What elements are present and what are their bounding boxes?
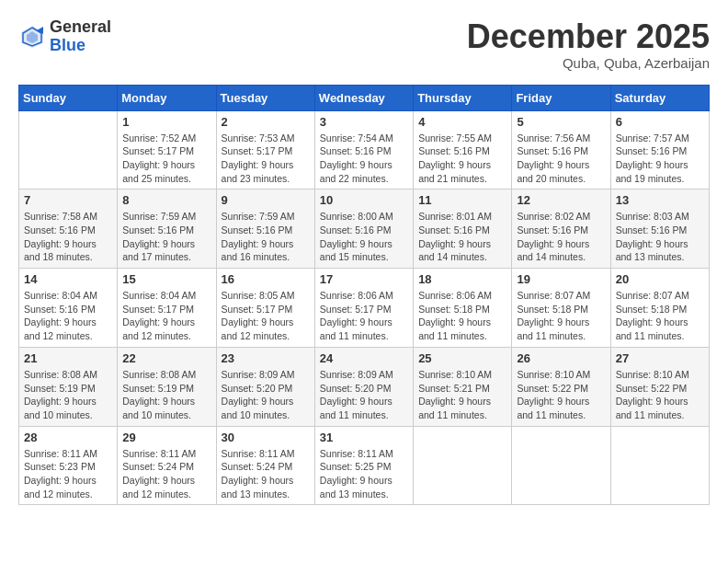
month-title: December 2025: [467, 18, 710, 55]
day-info: Sunrise: 8:07 AM Sunset: 5:18 PM Dayligh…: [517, 289, 605, 343]
day-number: 31: [320, 431, 408, 444]
day-number: 14: [24, 272, 112, 286]
day-number: 24: [320, 351, 408, 365]
day-number: 2: [222, 115, 310, 129]
day-number: 9: [222, 193, 310, 207]
day-info: Sunrise: 7:52 AM Sunset: 5:17 PM Dayligh…: [122, 132, 210, 186]
calendar-cell: 20Sunrise: 8:07 AM Sunset: 5:18 PM Dayli…: [610, 269, 709, 348]
logo-icon: [18, 23, 46, 51]
location: Quba, Quba, Azerbaijan: [467, 55, 710, 71]
day-number: 12: [517, 193, 605, 207]
calendar-cell: 13Sunrise: 8:03 AM Sunset: 5:16 PM Dayli…: [610, 190, 709, 269]
calendar-table: SundayMondayTuesdayWednesdayThursdayFrid…: [18, 85, 710, 506]
calendar-cell: 7Sunrise: 7:58 AM Sunset: 5:16 PM Daylig…: [19, 190, 118, 269]
calendar-cell: 16Sunrise: 8:05 AM Sunset: 5:17 PM Dayli…: [216, 269, 314, 348]
day-info: Sunrise: 8:09 AM Sunset: 5:20 PM Dayligh…: [222, 368, 310, 422]
logo: General Blue: [18, 18, 111, 55]
calendar-cell: [414, 426, 512, 505]
calendar-cell: 6Sunrise: 7:57 AM Sunset: 5:16 PM Daylig…: [610, 110, 709, 190]
day-info: Sunrise: 8:11 AM Sunset: 5:24 PM Dayligh…: [122, 447, 210, 501]
calendar-week-3: 14Sunrise: 8:04 AM Sunset: 5:16 PM Dayli…: [19, 269, 710, 348]
day-info: Sunrise: 8:07 AM Sunset: 5:18 PM Dayligh…: [616, 289, 704, 343]
day-info: Sunrise: 8:09 AM Sunset: 5:20 PM Dayligh…: [320, 368, 408, 422]
title-section: December 2025 Quba, Quba, Azerbaijan: [467, 18, 710, 71]
day-number: 28: [24, 431, 112, 444]
day-info: Sunrise: 8:11 AM Sunset: 5:23 PM Dayligh…: [24, 447, 112, 501]
calendar-cell: 30Sunrise: 8:11 AM Sunset: 5:24 PM Dayli…: [216, 426, 314, 505]
calendar-cell: 14Sunrise: 8:04 AM Sunset: 5:16 PM Dayli…: [19, 269, 118, 348]
day-number: 4: [418, 115, 506, 129]
day-number: 29: [122, 431, 210, 444]
calendar-cell: 5Sunrise: 7:56 AM Sunset: 5:16 PM Daylig…: [512, 110, 610, 190]
day-number: 22: [122, 351, 210, 365]
day-number: 27: [616, 351, 704, 365]
day-number: 20: [616, 272, 704, 286]
calendar-cell: [19, 110, 118, 190]
day-info: Sunrise: 8:08 AM Sunset: 5:19 PM Dayligh…: [24, 368, 112, 422]
calendar-cell: 22Sunrise: 8:08 AM Sunset: 5:19 PM Dayli…: [118, 347, 216, 426]
column-header-monday: Monday: [118, 85, 216, 110]
day-number: 15: [122, 272, 210, 286]
calendar-cell: 28Sunrise: 8:11 AM Sunset: 5:23 PM Dayli…: [19, 426, 118, 505]
day-number: 30: [222, 431, 310, 444]
calendar-cell: 31Sunrise: 8:11 AM Sunset: 5:25 PM Dayli…: [314, 426, 413, 505]
column-header-thursday: Thursday: [414, 85, 512, 110]
column-header-tuesday: Tuesday: [216, 85, 314, 110]
day-number: 21: [24, 351, 112, 365]
day-number: 17: [320, 272, 408, 286]
day-info: Sunrise: 8:08 AM Sunset: 5:19 PM Dayligh…: [122, 368, 210, 422]
calendar-cell: 17Sunrise: 8:06 AM Sunset: 5:17 PM Dayli…: [314, 269, 413, 348]
calendar-cell: [512, 426, 610, 505]
day-number: 25: [418, 351, 506, 365]
day-number: 26: [517, 351, 605, 365]
calendar-cell: 3Sunrise: 7:54 AM Sunset: 5:16 PM Daylig…: [314, 110, 413, 190]
day-number: 6: [616, 115, 704, 129]
column-header-sunday: Sunday: [19, 85, 118, 110]
day-info: Sunrise: 8:04 AM Sunset: 5:17 PM Dayligh…: [122, 289, 210, 343]
day-number: 10: [320, 193, 408, 207]
calendar-cell: 18Sunrise: 8:06 AM Sunset: 5:18 PM Dayli…: [414, 269, 512, 348]
page-header: General Blue December 2025 Quba, Quba, A…: [18, 18, 710, 71]
day-info: Sunrise: 8:06 AM Sunset: 5:18 PM Dayligh…: [418, 289, 506, 343]
calendar-week-4: 21Sunrise: 8:08 AM Sunset: 5:19 PM Dayli…: [19, 347, 710, 426]
column-header-saturday: Saturday: [610, 85, 709, 110]
calendar-week-2: 7Sunrise: 7:58 AM Sunset: 5:16 PM Daylig…: [19, 190, 710, 269]
calendar-cell: 29Sunrise: 8:11 AM Sunset: 5:24 PM Dayli…: [118, 426, 216, 505]
day-number: 5: [517, 115, 605, 129]
calendar-cell: 26Sunrise: 8:10 AM Sunset: 5:22 PM Dayli…: [512, 347, 610, 426]
calendar-cell: 1Sunrise: 7:52 AM Sunset: 5:17 PM Daylig…: [118, 110, 216, 190]
day-info: Sunrise: 8:10 AM Sunset: 5:22 PM Dayligh…: [517, 368, 605, 422]
day-number: 7: [24, 193, 112, 207]
calendar-cell: 4Sunrise: 7:55 AM Sunset: 5:16 PM Daylig…: [414, 110, 512, 190]
day-info: Sunrise: 7:59 AM Sunset: 5:16 PM Dayligh…: [122, 210, 210, 264]
day-info: Sunrise: 8:06 AM Sunset: 5:17 PM Dayligh…: [320, 289, 408, 343]
day-info: Sunrise: 8:05 AM Sunset: 5:17 PM Dayligh…: [222, 289, 310, 343]
calendar-cell: 11Sunrise: 8:01 AM Sunset: 5:16 PM Dayli…: [414, 190, 512, 269]
day-number: 23: [222, 351, 310, 365]
day-info: Sunrise: 7:53 AM Sunset: 5:17 PM Dayligh…: [222, 132, 310, 186]
day-number: 18: [418, 272, 506, 286]
day-info: Sunrise: 7:56 AM Sunset: 5:16 PM Dayligh…: [517, 132, 605, 186]
calendar-cell: 19Sunrise: 8:07 AM Sunset: 5:18 PM Dayli…: [512, 269, 610, 348]
calendar-week-5: 28Sunrise: 8:11 AM Sunset: 5:23 PM Dayli…: [19, 426, 710, 505]
day-number: 3: [320, 115, 408, 129]
logo-general-text: General: [50, 18, 111, 37]
day-info: Sunrise: 8:04 AM Sunset: 5:16 PM Dayligh…: [24, 289, 112, 343]
calendar-cell: [610, 426, 709, 505]
day-number: 16: [222, 272, 310, 286]
day-info: Sunrise: 7:59 AM Sunset: 5:16 PM Dayligh…: [222, 210, 310, 264]
day-info: Sunrise: 7:57 AM Sunset: 5:16 PM Dayligh…: [616, 132, 704, 186]
column-header-wednesday: Wednesday: [314, 85, 413, 110]
calendar-header-row: SundayMondayTuesdayWednesdayThursdayFrid…: [19, 85, 710, 110]
day-info: Sunrise: 8:00 AM Sunset: 5:16 PM Dayligh…: [320, 210, 408, 264]
calendar-cell: 9Sunrise: 7:59 AM Sunset: 5:16 PM Daylig…: [216, 190, 314, 269]
calendar-cell: 27Sunrise: 8:10 AM Sunset: 5:22 PM Dayli…: [610, 347, 709, 426]
day-number: 19: [517, 272, 605, 286]
calendar-cell: 8Sunrise: 7:59 AM Sunset: 5:16 PM Daylig…: [118, 190, 216, 269]
calendar-cell: 10Sunrise: 8:00 AM Sunset: 5:16 PM Dayli…: [314, 190, 413, 269]
day-info: Sunrise: 7:55 AM Sunset: 5:16 PM Dayligh…: [418, 132, 506, 186]
calendar-cell: 21Sunrise: 8:08 AM Sunset: 5:19 PM Dayli…: [19, 347, 118, 426]
day-info: Sunrise: 8:11 AM Sunset: 5:25 PM Dayligh…: [320, 447, 408, 501]
calendar-cell: 24Sunrise: 8:09 AM Sunset: 5:20 PM Dayli…: [314, 347, 413, 426]
calendar-cell: 2Sunrise: 7:53 AM Sunset: 5:17 PM Daylig…: [216, 110, 314, 190]
